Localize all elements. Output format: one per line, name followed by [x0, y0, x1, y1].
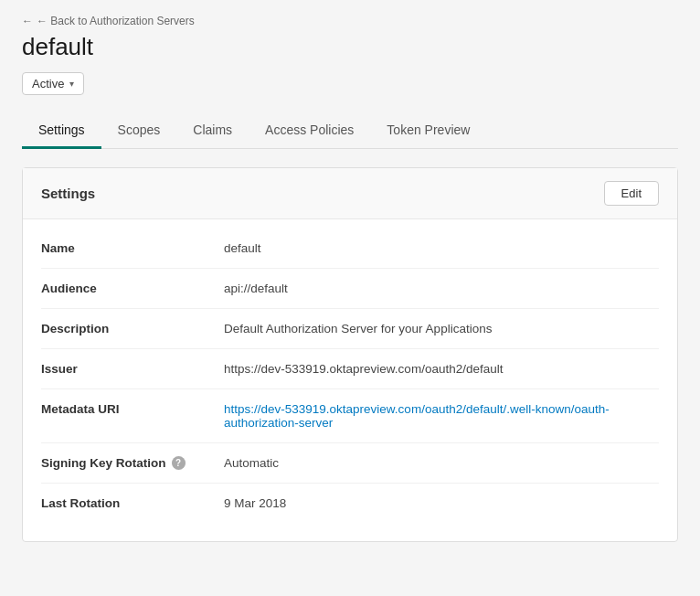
status-label: Active: [32, 77, 64, 90]
page-title: default: [22, 33, 678, 61]
field-value-description: Default Authorization Server for your Ap…: [224, 322, 659, 335]
tab-claims[interactable]: Claims: [176, 113, 249, 149]
tab-access-policies[interactable]: Access Policies: [249, 113, 370, 149]
field-row-issuer: Issuer https://dev-533919.oktapreview.co…: [41, 349, 659, 389]
field-row-audience: Audience api://default: [41, 269, 659, 309]
field-label-issuer: Issuer: [41, 362, 224, 376]
field-label-last-rotation: Last Rotation: [41, 496, 224, 510]
back-link[interactable]: ← ← Back to Authorization Servers: [22, 15, 678, 27]
field-value-last-rotation: 9 Mar 2018: [224, 496, 659, 510]
tabs-bar: Settings Scopes Claims Access Policies T…: [22, 113, 678, 149]
back-arrow-icon: ←: [22, 15, 33, 27]
field-value-issuer: https://dev-533919.oktapreview.com/oauth…: [224, 362, 659, 376]
field-row-last-rotation: Last Rotation 9 Mar 2018: [41, 484, 659, 523]
card-header: Settings Edit: [23, 168, 677, 219]
field-label-signing-key-rotation: Signing Key Rotation ?: [41, 456, 224, 470]
field-row-metadata-uri: Metadata URI https://dev-533919.oktaprev…: [41, 389, 659, 443]
metadata-uri-link[interactable]: https://dev-533919.oktapreview.com/oauth…: [224, 402, 610, 430]
help-icon[interactable]: ?: [172, 456, 186, 470]
field-value-audience: api://default: [224, 282, 659, 295]
tab-settings[interactable]: Settings: [22, 113, 101, 149]
field-value-signing-key-rotation: Automatic: [224, 456, 659, 470]
field-value-name: default: [224, 241, 659, 255]
status-dropdown[interactable]: Active ▾: [22, 72, 84, 95]
tab-token-preview[interactable]: Token Preview: [370, 113, 486, 149]
card-body: Name default Audience api://default Desc…: [23, 219, 677, 541]
edit-button[interactable]: Edit: [604, 181, 659, 206]
field-label-description: Description: [41, 322, 224, 335]
back-link-label: ← Back to Authorization Servers: [37, 15, 195, 27]
tab-scopes[interactable]: Scopes: [101, 113, 177, 149]
field-label-metadata-uri: Metadata URI: [41, 402, 224, 416]
card-title: Settings: [41, 186, 95, 201]
settings-card: Settings Edit Name default Audience api:…: [22, 167, 678, 542]
field-row-signing-key-rotation: Signing Key Rotation ? Automatic: [41, 443, 659, 484]
field-label-audience: Audience: [41, 282, 224, 295]
chevron-down-icon: ▾: [69, 79, 74, 89]
field-row-name: Name default: [41, 229, 659, 269]
field-label-name: Name: [41, 241, 224, 255]
field-row-description: Description Default Authorization Server…: [41, 309, 659, 349]
field-value-metadata-uri: https://dev-533919.oktapreview.com/oauth…: [224, 402, 659, 430]
